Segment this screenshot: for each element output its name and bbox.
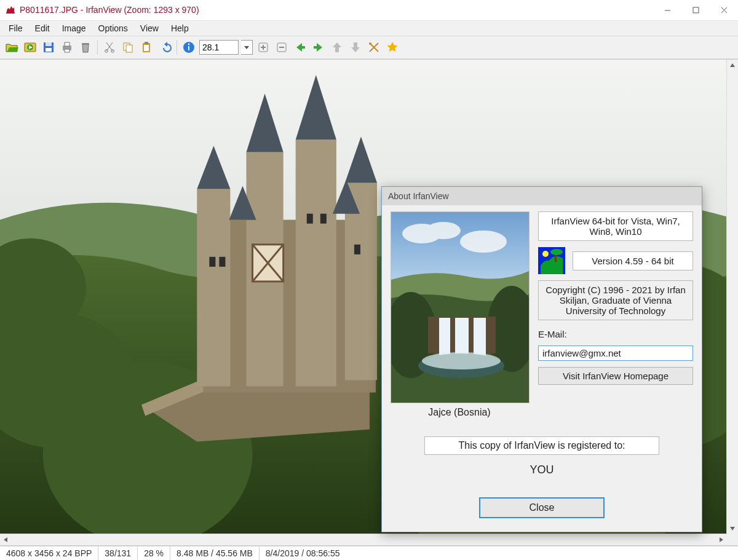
- favorite-icon[interactable]: [384, 39, 400, 55]
- scroll-left-icon[interactable]: [0, 534, 11, 545]
- svg-rect-49: [307, 214, 313, 224]
- minimize-button[interactable]: [653, 0, 681, 20]
- info-icon[interactable]: [181, 39, 197, 55]
- svg-rect-11: [65, 42, 69, 46]
- image-canvas-area: About IrfanView: [0, 59, 738, 546]
- about-title: About IrfanView: [382, 187, 702, 205]
- next-image-icon[interactable]: [311, 39, 327, 55]
- visit-homepage-button[interactable]: Visit IrfanView Homepage: [538, 367, 693, 385]
- vertical-scrollbar[interactable]: [726, 60, 738, 534]
- prev-image-icon[interactable]: [292, 39, 308, 55]
- horizontal-scrollbar[interactable]: [0, 534, 727, 545]
- toolbar-separator: [177, 40, 177, 55]
- status-datetime: 8/4/2019 / 08:56:55: [260, 546, 346, 560]
- svg-rect-51: [354, 245, 360, 254]
- save-icon[interactable]: [41, 39, 57, 55]
- about-image-caption: Jajce (Bosnia): [391, 407, 528, 418]
- maximize-button[interactable]: [681, 0, 710, 20]
- svg-rect-12: [65, 49, 69, 52]
- about-copyright: Copyright (C) 1996 - 2021 by Irfan Skilj…: [538, 280, 693, 320]
- svg-point-31: [369, 42, 371, 45]
- scroll-track[interactable]: [727, 71, 738, 523]
- delete-icon[interactable]: [77, 39, 93, 55]
- svg-rect-48: [219, 257, 225, 267]
- scroll-down-icon[interactable]: [727, 523, 738, 534]
- svg-rect-22: [188, 46, 189, 50]
- svg-point-55: [460, 231, 507, 253]
- zoom-input[interactable]: 28.1: [199, 40, 239, 55]
- scroll-up-icon[interactable]: [727, 60, 738, 71]
- registered-box: This copy of IrfanView is registered to:: [424, 436, 659, 455]
- email-field[interactable]: irfanview@gmx.net: [538, 345, 693, 361]
- menu-file[interactable]: File: [2, 22, 29, 34]
- svg-point-63: [422, 352, 501, 369]
- svg-rect-0: [6, 12, 15, 14]
- svg-point-66: [550, 249, 563, 255]
- svg-rect-42: [296, 140, 336, 386]
- svg-point-15: [111, 50, 114, 53]
- slideshow-icon[interactable]: [22, 39, 38, 55]
- status-index: 38/131: [98, 546, 138, 560]
- svg-rect-13: [82, 43, 89, 45]
- open-icon[interactable]: [4, 39, 20, 55]
- svg-rect-30: [314, 46, 317, 49]
- svg-rect-19: [145, 42, 148, 44]
- titlebar: P8011617.JPG - IrfanView (Zoom: 1293 x 9…: [0, 0, 738, 20]
- svg-rect-47: [209, 257, 215, 267]
- svg-point-23: [188, 44, 190, 45]
- about-version-box: Version 4.59 - 64 bit: [573, 251, 693, 270]
- about-build-box: IrfanView 64-bit for Vista, Win7, Win8, …: [538, 211, 693, 241]
- statusbar: 4608 x 3456 x 24 BPP 38/131 28 % 8.48 MB…: [0, 546, 738, 560]
- svg-point-65: [542, 251, 549, 257]
- close-window-button[interactable]: [710, 0, 738, 20]
- svg-rect-9: [46, 48, 52, 52]
- paste-icon[interactable]: [138, 39, 154, 55]
- email-label: E-Mail:: [538, 329, 693, 339]
- status-zoom: 28 %: [138, 546, 170, 560]
- parent-dir-down-icon[interactable]: [347, 39, 363, 55]
- zoom-in-icon[interactable]: [255, 39, 271, 55]
- svg-rect-17: [126, 45, 132, 52]
- svg-rect-61: [474, 318, 486, 357]
- zoom-dropdown-icon[interactable]: [241, 40, 253, 55]
- svg-rect-20: [144, 45, 149, 51]
- toolbar-separator: [97, 40, 98, 55]
- cut-icon[interactable]: [101, 39, 117, 55]
- registered-name: YOU: [391, 463, 693, 476]
- about-image: [391, 211, 530, 403]
- svg-point-54: [426, 222, 461, 239]
- copy-icon[interactable]: [120, 39, 136, 55]
- status-memory: 8.48 MB / 45.56 MB: [170, 546, 260, 560]
- menu-edit[interactable]: Edit: [29, 22, 56, 34]
- irfanview-logo-icon: [538, 247, 565, 274]
- undo-icon[interactable]: [157, 39, 173, 55]
- menu-image[interactable]: Image: [56, 22, 92, 34]
- menubar: File Edit Image Options View Help: [0, 20, 738, 36]
- about-close-button[interactable]: Close: [479, 497, 605, 518]
- window-title: P8011617.JPG - IrfanView (Zoom: 1293 x 9…: [20, 5, 199, 15]
- svg-rect-2: [693, 7, 699, 13]
- parent-dir-up-icon[interactable]: [329, 39, 345, 55]
- svg-rect-60: [455, 318, 469, 357]
- about-dialog: About IrfanView: [381, 186, 702, 532]
- svg-rect-40: [197, 189, 230, 387]
- zoom-out-icon[interactable]: [274, 39, 290, 55]
- svg-rect-50: [320, 214, 327, 224]
- print-icon[interactable]: [59, 39, 75, 55]
- menu-options[interactable]: Options: [92, 22, 134, 34]
- svg-rect-8: [46, 42, 52, 46]
- status-dimensions: 4608 x 3456 x 24 BPP: [0, 546, 98, 560]
- app-icon: [5, 4, 16, 15]
- scroll-right-icon[interactable]: [716, 534, 727, 545]
- menu-help[interactable]: Help: [165, 22, 195, 34]
- menu-view[interactable]: View: [134, 22, 165, 34]
- scroll-corner: [727, 534, 738, 545]
- toolbar: 28.1: [0, 36, 738, 59]
- svg-rect-59: [439, 318, 450, 357]
- svg-rect-29: [302, 46, 305, 49]
- settings-icon[interactable]: [366, 39, 382, 55]
